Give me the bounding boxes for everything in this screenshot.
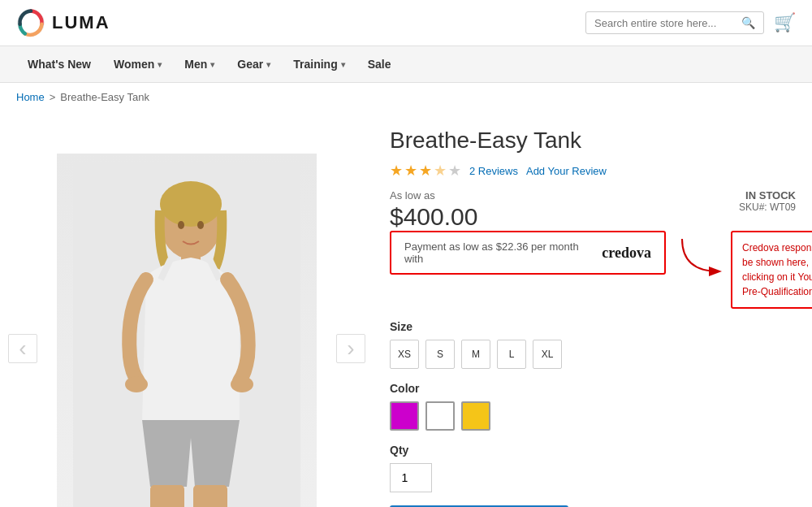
breadcrumb-home[interactable]: Home <box>16 91 45 103</box>
color-yellow[interactable] <box>461 401 490 431</box>
nav-item-training[interactable]: Training ▾ <box>282 46 356 82</box>
header-right: 🔍 🛒 <box>585 11 796 34</box>
as-low-as-label: As low as <box>390 189 477 202</box>
color-options <box>390 401 796 431</box>
star-2: ★ <box>404 162 417 180</box>
logo-icon <box>16 8 45 37</box>
svg-point-3 <box>160 181 222 227</box>
image-prev-arrow[interactable]: ‹ <box>8 334 37 363</box>
chevron-down-icon: ▾ <box>341 60 345 69</box>
size-label: Size <box>390 320 796 333</box>
product-title: Breathe-Easy Tank <box>390 128 796 154</box>
svg-point-5 <box>125 376 148 392</box>
size-m[interactable]: M <box>461 340 490 369</box>
credova-arrow-svg <box>674 231 731 280</box>
size-options: XS S M L XL <box>390 340 796 369</box>
svg-point-10 <box>197 221 204 229</box>
product-image-area: ‹ <box>16 128 357 507</box>
svg-point-6 <box>231 376 253 392</box>
product-info: Breathe-Easy Tank ★ ★ ★ ★ ★ 2 Reviews Ad… <box>390 128 796 507</box>
credova-payment-box[interactable]: Payment as low as $22.36 per month with … <box>390 231 666 275</box>
star-rating: ★ ★ ★ ★ ★ <box>390 162 461 180</box>
color-label: Color <box>390 382 796 395</box>
credova-text: Payment as low as $22.36 per month with <box>404 240 597 265</box>
star-1: ★ <box>390 162 403 180</box>
nav-item-whats-new[interactable]: What's New <box>16 46 102 82</box>
credova-brand: credova <box>602 245 651 262</box>
main-nav: What's New Women ▾ Men ▾ Gear ▾ Training… <box>0 46 812 83</box>
logo-text: LUMA <box>52 12 110 33</box>
main-content: ‹ <box>0 111 812 507</box>
star-4: ★ <box>434 162 447 180</box>
sku-row: SKU#: WT09 <box>739 202 796 213</box>
add-review-link[interactable]: Add Your Review <box>526 165 607 177</box>
header: LUMA 🔍 🛒 <box>0 0 812 46</box>
reviews-link[interactable]: 2 Reviews <box>469 165 518 177</box>
star-5: ★ <box>448 162 461 180</box>
color-purple[interactable] <box>390 401 419 431</box>
svg-rect-8 <box>193 485 227 507</box>
size-l[interactable]: L <box>497 340 526 369</box>
size-s[interactable]: S <box>425 340 455 369</box>
stock-section: IN STOCK SKU#: WT09 <box>739 189 796 213</box>
price-stock-row: As low as $400.00 IN STOCK SKU#: WT09 <box>390 189 796 231</box>
nav-item-gear[interactable]: Gear ▾ <box>226 46 282 82</box>
search-input[interactable] <box>594 17 741 29</box>
chevron-down-icon: ▾ <box>210 60 214 69</box>
sku-label: SKU#: <box>739 202 767 213</box>
stock-status: IN STOCK <box>739 189 796 202</box>
size-xs[interactable]: XS <box>390 340 419 369</box>
nav-item-sale[interactable]: Sale <box>356 46 403 82</box>
search-icon[interactable]: 🔍 <box>741 16 755 29</box>
color-white[interactable] <box>425 401 455 431</box>
credova-section: Payment as low as $22.36 per month with … <box>390 231 796 309</box>
nav-item-women[interactable]: Women ▾ <box>102 46 173 82</box>
qty-label: Qty <box>390 444 796 457</box>
breadcrumb-separator: > <box>50 91 56 103</box>
star-3: ★ <box>419 162 432 180</box>
logo: LUMA <box>16 8 110 37</box>
credova-tooltip-box: Credova response will be shown here, By … <box>731 231 812 309</box>
product-image-placeholder <box>57 154 317 507</box>
qty-input[interactable] <box>390 463 432 492</box>
search-box[interactable]: 🔍 <box>585 11 764 34</box>
sku-value: WT09 <box>770 202 796 213</box>
svg-point-9 <box>178 221 184 229</box>
qty-section: Qty <box>390 444 796 492</box>
size-xl[interactable]: XL <box>533 340 562 369</box>
credova-tooltip-text: Credova response will be shown here, By … <box>742 242 812 297</box>
nav-item-men[interactable]: Men ▾ <box>173 46 226 82</box>
chevron-down-icon: ▾ <box>266 60 270 69</box>
rating-row: ★ ★ ★ ★ ★ 2 Reviews Add Your Review <box>390 162 796 180</box>
price-section: As low as $400.00 <box>390 189 477 231</box>
chevron-down-icon: ▾ <box>158 60 162 69</box>
svg-rect-7 <box>150 485 184 507</box>
cart-icon[interactable]: 🛒 <box>774 12 796 33</box>
credova-arrow-tooltip: Credova response will be shown here, By … <box>674 231 812 309</box>
breadcrumb-current: Breathe-Easy Tank <box>60 91 149 103</box>
breadcrumb: Home > Breathe-Easy Tank <box>0 83 812 111</box>
image-next-arrow[interactable]: › <box>336 334 365 363</box>
product-image-svg <box>73 162 300 507</box>
product-price: $400.00 <box>390 203 477 231</box>
